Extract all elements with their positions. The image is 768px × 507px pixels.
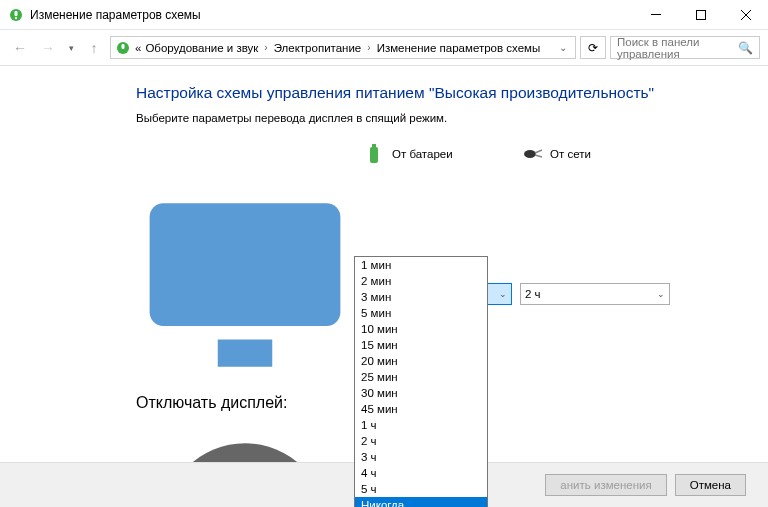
dropdown-option[interactable]: 3 ч [355,449,487,465]
svg-rect-3 [651,14,661,15]
monitor-icon [136,176,354,394]
display-ac-select[interactable]: 2 ч ⌄ [520,283,670,305]
dropdown-option[interactable]: 10 мин [355,321,487,337]
plug-icon [520,142,544,166]
search-icon: 🔍 [738,41,753,55]
save-button[interactable]: анить изменения [545,474,666,496]
row-label-display: Отключать дисплей: [136,176,354,412]
chevron-down-icon: ⌄ [657,289,665,299]
svg-rect-13 [218,340,273,367]
svg-point-2 [15,16,17,18]
dropdown-option[interactable]: 5 ч [355,481,487,497]
time-dropdown[interactable]: 1 мин2 мин3 мин5 мин10 мин15 мин20 мин25… [354,256,488,507]
window-title: Изменение параметров схемы [30,8,633,22]
svg-rect-1 [15,11,18,16]
breadcrumb-item[interactable]: Оборудование и звук [145,42,258,54]
content-area: Настройка схемы управления питанием "Выс… [0,66,768,507]
page-subtitle: Выберите параметры перевода дисплея в сп… [136,112,756,124]
dropdown-option[interactable]: 1 ч [355,417,487,433]
dropdown-option[interactable]: Никогда [355,497,487,507]
forward-button[interactable]: → [36,36,60,60]
battery-icon [362,142,386,166]
page-title: Настройка схемы управления питанием "Выс… [136,84,756,102]
dropdown-option[interactable]: 25 мин [355,369,487,385]
breadcrumb[interactable]: « Оборудование и звук › Электропитание ›… [110,36,576,59]
svg-rect-8 [122,44,125,49]
column-header-battery: От батареи [362,138,512,176]
cancel-button[interactable]: Отмена [675,474,746,496]
minimize-button[interactable] [633,0,678,29]
svg-rect-4 [696,10,705,19]
breadcrumb-prefix: « [135,42,141,54]
breadcrumb-item[interactable]: Электропитание [274,42,362,54]
search-input[interactable]: Поиск в панели управления 🔍 [610,36,760,59]
dropdown-option[interactable]: 4 ч [355,465,487,481]
navigation-bar: ← → ▾ ↑ « Оборудование и звук › Электроп… [0,30,768,66]
dropdown-option[interactable]: 3 мин [355,289,487,305]
window-titlebar: Изменение параметров схемы [0,0,768,30]
dropdown-option[interactable]: 30 мин [355,385,487,401]
svg-rect-12 [150,203,341,326]
search-placeholder: Поиск в панели управления [617,36,738,60]
svg-point-11 [524,150,536,158]
maximize-button[interactable] [678,0,723,29]
up-button[interactable]: ↑ [82,36,106,60]
app-icon [8,7,24,23]
dropdown-option[interactable]: 20 мин [355,353,487,369]
dropdown-option[interactable]: 45 мин [355,401,487,417]
back-button[interactable]: ← [8,36,32,60]
breadcrumb-item[interactable]: Изменение параметров схемы [377,42,541,54]
close-button[interactable] [723,0,768,29]
dropdown-option[interactable]: 15 мин [355,337,487,353]
control-panel-icon [115,40,131,56]
dropdown-option[interactable]: 1 мин [355,257,487,273]
column-header-ac: От сети [520,138,670,176]
svg-rect-9 [370,147,378,163]
chevron-down-icon: ⌄ [499,289,507,299]
breadcrumb-dropdown[interactable]: ⌄ [555,42,571,53]
svg-rect-10 [372,144,376,147]
chevron-right-icon: › [264,42,267,53]
dropdown-option[interactable]: 5 мин [355,305,487,321]
recent-dropdown[interactable]: ▾ [64,36,78,60]
refresh-button[interactable]: ⟳ [580,36,606,59]
chevron-right-icon: › [367,42,370,53]
dropdown-option[interactable]: 2 мин [355,273,487,289]
dropdown-option[interactable]: 2 ч [355,433,487,449]
